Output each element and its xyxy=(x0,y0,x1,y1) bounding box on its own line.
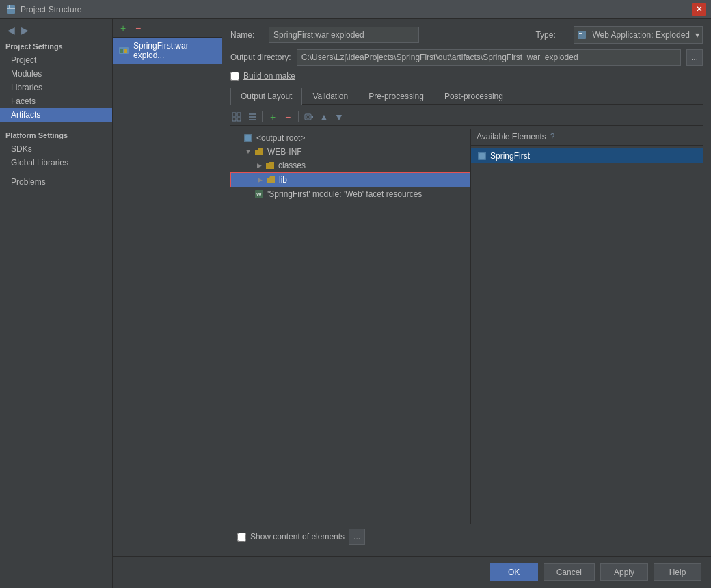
artifact-list-toolbar: + − xyxy=(113,19,222,38)
tab-pre-processing[interactable]: Pre-processing xyxy=(358,88,434,105)
sidebar-item-global-libraries[interactable]: Global Libraries xyxy=(0,156,112,170)
lib-icon xyxy=(265,174,276,185)
artifact-icon xyxy=(118,45,129,56)
move-up-button[interactable]: ▲ xyxy=(318,111,330,123)
classes-toggle[interactable]: ▶ xyxy=(255,161,263,170)
show-content-label[interactable]: Show content of elements xyxy=(250,532,345,542)
nav-back-icon[interactable]: ◀ xyxy=(5,25,16,36)
svg-rect-4 xyxy=(120,49,123,53)
svg-rect-10 xyxy=(237,113,241,116)
tree-panel: <output root> ▼ WEB-INF xyxy=(230,129,470,524)
type-section: Type: Web Application: Exploded ▾ xyxy=(535,26,703,44)
name-section: Name: xyxy=(230,27,419,43)
sidebar-item-modules[interactable]: Modules xyxy=(0,67,112,81)
ok-button[interactable]: OK xyxy=(490,563,538,581)
output-root-label: <output root> xyxy=(256,133,305,143)
type-select-wrapper: Web Application: Exploded ▾ xyxy=(574,26,703,44)
output-dir-label: Output directory: xyxy=(230,53,291,62)
sidebar-item-sdks[interactable]: SDKs xyxy=(0,142,112,156)
cancel-button[interactable]: Cancel xyxy=(544,563,595,581)
build-on-make-label[interactable]: Build on make xyxy=(243,71,295,81)
sidebar-item-problems[interactable]: Problems xyxy=(0,175,112,189)
svg-rect-24 xyxy=(479,153,485,159)
toolbar-separator-2 xyxy=(298,111,299,122)
output-toolbar: + − ▲ ▼ xyxy=(230,109,703,126)
name-label: Name: xyxy=(230,30,265,40)
add-artifact-button[interactable]: + xyxy=(117,22,129,34)
svg-rect-12 xyxy=(237,118,241,121)
tabs-bar: Output Layout Validation Pre-processing … xyxy=(230,88,703,105)
name-input[interactable] xyxy=(269,27,419,43)
output-root-icon xyxy=(243,133,254,144)
project-settings-label: Project Settings xyxy=(0,38,112,53)
type-dropdown-arrow[interactable]: ▾ xyxy=(693,27,702,43)
svg-rect-7 xyxy=(579,33,582,34)
show-content-row: Show content of elements ... xyxy=(237,529,696,545)
sidebar-item-facets[interactable]: Facets xyxy=(0,94,112,108)
window-title: Project Structure xyxy=(21,5,692,14)
resources-toggle xyxy=(244,190,252,198)
tab-output-layout[interactable]: Output Layout xyxy=(230,88,302,105)
type-icon xyxy=(574,27,589,43)
add-element-button[interactable]: + xyxy=(267,111,279,123)
help-button[interactable]: Help xyxy=(654,563,701,581)
artifact-panel: + − SpringFirst:war explod... xyxy=(113,19,711,556)
show-content-more-button[interactable]: ... xyxy=(349,529,365,545)
available-elements-panel: Available Elements ? xyxy=(470,129,703,524)
toolbar-separator-1 xyxy=(262,111,263,122)
output-dir-browse-button[interactable]: ... xyxy=(686,49,703,66)
classes-icon xyxy=(265,160,276,171)
content-area: + − SpringFirst:war explod... xyxy=(113,19,711,588)
list-view-button[interactable] xyxy=(245,111,258,123)
tab-validation[interactable]: Validation xyxy=(302,88,358,105)
window-icon xyxy=(5,4,16,15)
artifact-item-label: SpringFirst:war explod... xyxy=(133,41,216,60)
springfirst-module-icon xyxy=(477,150,487,161)
tree-item-lib[interactable]: ▶ lib xyxy=(230,172,470,187)
available-item-springfirst[interactable]: SpringFirst xyxy=(471,148,703,163)
remove-element-button[interactable]: − xyxy=(282,111,294,123)
available-elements-header: Available Elements ? xyxy=(471,129,703,146)
close-button[interactable]: ✕ xyxy=(692,3,706,16)
move-down-button[interactable]: ▼ xyxy=(333,111,345,123)
lib-toggle[interactable]: ▶ xyxy=(256,176,264,184)
artifact-item-springfirst-war[interactable]: SpringFirst:war explod... xyxy=(113,38,222,64)
remove-artifact-button[interactable]: − xyxy=(132,22,144,34)
sidebar-item-libraries[interactable]: Libraries xyxy=(0,81,112,94)
nav-arrows: ◀ ▶ xyxy=(0,22,112,38)
lib-label: lib xyxy=(279,175,287,185)
tree-item-output-root[interactable]: <output root> xyxy=(230,131,470,145)
sidebar-item-project[interactable]: Project xyxy=(0,53,112,67)
svg-rect-20 xyxy=(245,135,251,141)
build-on-make-checkbox[interactable] xyxy=(230,72,239,81)
apply-button[interactable]: Apply xyxy=(600,563,648,581)
svg-rect-5 xyxy=(124,49,127,53)
web-inf-toggle[interactable]: ▼ xyxy=(244,148,252,156)
svg-rect-16 xyxy=(305,114,311,120)
output-dir-input[interactable] xyxy=(297,49,681,66)
title-bar: Project Structure ✕ xyxy=(0,0,711,19)
svg-text:W: W xyxy=(256,191,262,198)
output-area: <output root> ▼ WEB-INF xyxy=(230,129,703,524)
available-elements-label: Available Elements xyxy=(477,132,546,142)
available-help-icon[interactable]: ? xyxy=(550,132,555,142)
tab-post-processing[interactable]: Post-processing xyxy=(434,88,513,105)
nav-forward-icon[interactable]: ▶ xyxy=(19,25,30,36)
tree-item-springfirst-resources[interactable]: W 'SpringFirst' module: 'Web' facet reso… xyxy=(230,187,470,201)
web-inf-label: WEB-INF xyxy=(267,147,302,157)
web-inf-icon xyxy=(254,146,265,157)
build-on-make-row: Build on make xyxy=(230,71,703,81)
tree-item-classes[interactable]: ▶ classes xyxy=(230,159,470,172)
tree-item-web-inf[interactable]: ▼ WEB-INF xyxy=(230,145,470,159)
show-content-checkbox[interactable] xyxy=(237,533,246,542)
output-dir-row: Output directory: ... xyxy=(230,49,703,66)
svg-rect-11 xyxy=(232,118,236,121)
svg-rect-17 xyxy=(306,116,310,118)
name-type-row: Name: Type: xyxy=(230,26,703,44)
bottom-bar: Show content of elements ... xyxy=(230,524,703,549)
move-into-button[interactable] xyxy=(303,111,315,123)
sidebar-item-artifacts[interactable]: Artifacts xyxy=(0,108,112,122)
sidebar: ◀ ▶ Project Settings Project Modules Lib… xyxy=(0,19,113,588)
grid-view-button[interactable] xyxy=(230,111,243,123)
output-root-toggle xyxy=(233,134,241,142)
